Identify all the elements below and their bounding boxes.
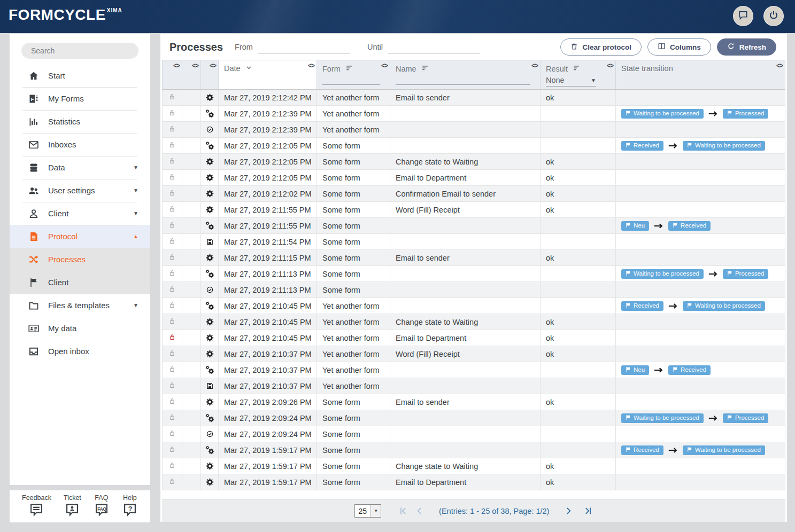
sidebar-item-files-templates[interactable]: Files & templates▼ (10, 294, 150, 317)
table-row[interactable]: Mar 27, 2019 2:09:24 PMSome formWaiting … (162, 410, 785, 426)
footer-item-help[interactable]: Help? (122, 494, 138, 519)
column-resize-handle[interactable]: <> (210, 62, 216, 69)
columns-button[interactable]: Columns (647, 38, 711, 56)
previous-page-button[interactable] (415, 506, 424, 515)
sidebar-item-my-data[interactable]: My data (10, 317, 150, 340)
date-sort-control[interactable]: Date (224, 64, 317, 73)
table-row[interactable]: Mar 27, 2019 2:10:45 PMYet another formC… (162, 314, 785, 330)
clear-protocol-button[interactable]: Clear protocol (560, 38, 642, 56)
workflow-action-icon (206, 158, 214, 166)
name-filter-input[interactable] (396, 84, 530, 85)
last-page-button[interactable] (584, 506, 593, 515)
next-page-button[interactable] (564, 506, 573, 515)
lock-cell[interactable] (162, 378, 182, 394)
column-resize-handle[interactable]: <> (173, 62, 180, 69)
sidebar-subitem-processes[interactable]: Processes (10, 248, 150, 271)
table-row[interactable]: Mar 27, 2019 1:59:17 PMSome formEmail to… (162, 474, 785, 490)
table-row[interactable]: Mar 27, 2019 2:10:45 PMYet another formE… (162, 330, 785, 346)
column-resize-handle[interactable]: <> (607, 62, 613, 69)
form-filter-input[interactable] (322, 84, 380, 85)
from-date-input[interactable] (258, 41, 350, 53)
first-page-button[interactable] (398, 506, 407, 515)
lock-cell[interactable] (162, 90, 182, 105)
sidebar-search[interactable] (21, 43, 138, 59)
column-resize-handle[interactable]: <> (531, 62, 538, 69)
sidebar-item-my-forms[interactable]: FMy Forms (10, 87, 150, 110)
table-row[interactable]: Mar 27, 2019 2:09:24 PMSome form (162, 426, 785, 442)
lock-cell[interactable] (162, 282, 182, 298)
footer-item-faq[interactable]: FAQFAQ (94, 494, 110, 519)
table-row[interactable]: Mar 27, 2019 2:10:45 PMYet another formR… (162, 298, 785, 314)
lock-cell[interactable] (162, 458, 182, 474)
lock-cell[interactable] (162, 250, 182, 265)
lock-cell[interactable] (162, 474, 182, 490)
sidebar-item-label: Open inbox (48, 347, 89, 356)
lock-cell[interactable] (162, 442, 182, 458)
table-row[interactable]: Mar 27, 2019 2:10:37 PMYet another formN… (162, 362, 785, 378)
logout-button[interactable] (763, 6, 784, 26)
table-row[interactable]: Mar 27, 2019 2:11:54 PMSome form (162, 234, 785, 250)
lock-cell[interactable] (162, 330, 182, 346)
until-date-input[interactable] (388, 41, 480, 53)
lock-cell[interactable] (162, 410, 182, 426)
lock-cell[interactable] (162, 106, 182, 121)
lock-cell[interactable] (162, 234, 182, 249)
lock-cell[interactable] (162, 426, 182, 442)
table-row[interactable]: Mar 27, 2019 2:12:39 PMYet another formW… (162, 106, 785, 122)
lock-cell[interactable] (162, 154, 182, 169)
lock-cell[interactable] (162, 298, 182, 314)
name-sort-control[interactable]: Name (396, 64, 540, 74)
table-row[interactable]: Mar 27, 2019 1:59:17 PMSome formReceived… (162, 442, 785, 458)
sidebar-item-data[interactable]: Data▼ (10, 156, 150, 179)
table-row[interactable]: Mar 27, 2019 2:11:55 PMSome formNeuRecei… (162, 218, 785, 234)
date-cell: Mar 27, 2019 2:12:02 PM (219, 186, 317, 201)
lock-cell[interactable] (162, 186, 182, 201)
lock-cell[interactable] (162, 266, 182, 281)
column-resize-handle[interactable]: <> (192, 62, 198, 69)
table-row[interactable]: Mar 27, 2019 2:11:55 PMSome formWord (Fi… (162, 202, 785, 218)
sidebar-item-start[interactable]: Start (10, 64, 150, 87)
table-row[interactable]: Mar 27, 2019 2:12:05 PMSome formReceived… (162, 138, 785, 154)
sidebar-subitem-client[interactable]: Client (10, 271, 150, 294)
lock-cell[interactable] (162, 202, 182, 217)
sidebar-item-client[interactable]: Client▼ (10, 202, 150, 225)
sidebar-item-inboxes[interactable]: Inboxes (10, 133, 150, 156)
lock-cell[interactable] (162, 122, 182, 137)
feedback-chat-button[interactable] (733, 6, 753, 26)
table-row[interactable]: Mar 27, 2019 1:59:17 PMSome formChange s… (162, 458, 785, 474)
sidebar-item-user-settings[interactable]: User settings▼ (10, 179, 150, 202)
table-row[interactable]: Mar 27, 2019 2:12:02 PMSome formConfirma… (162, 186, 785, 202)
lock-cell[interactable] (162, 314, 182, 330)
footer-item-feedback[interactable]: Feedback (22, 494, 51, 519)
lock-cell[interactable] (162, 170, 182, 185)
footer-item-ticket[interactable]: Ticket (64, 494, 81, 519)
lock-cell[interactable] (162, 346, 182, 362)
page-size-select[interactable]: 25 ▼ (354, 504, 382, 518)
result-filter-select[interactable]: None ▼ (546, 76, 596, 87)
result-sort-control[interactable]: Result (546, 64, 615, 74)
lock-cell[interactable] (162, 218, 182, 233)
lock-cell[interactable] (162, 362, 182, 378)
table-row[interactable]: Mar 27, 2019 2:10:37 PMYet another formW… (162, 346, 785, 362)
lock-open-icon (168, 189, 176, 199)
table-row[interactable]: Mar 27, 2019 2:12:05 PMSome formEmail to… (162, 170, 785, 186)
column-resize-handle[interactable]: <> (308, 62, 314, 69)
table-row[interactable]: Mar 27, 2019 2:09:26 PMSome formEmail to… (162, 394, 785, 410)
sidebar-item-statistics[interactable]: Statistics (10, 110, 150, 133)
sidebar-item-protocol[interactable]: Protocol▲ (10, 225, 150, 248)
search-input[interactable] (30, 46, 130, 56)
table-row[interactable]: Mar 27, 2019 2:12:42 PMYet another formE… (162, 90, 785, 106)
sidebar-item-open-inbox[interactable]: Open inbox (10, 340, 150, 363)
lock-cell[interactable] (162, 394, 182, 410)
lock-cell[interactable] (162, 138, 182, 153)
table-row[interactable]: Mar 27, 2019 2:11:13 PMSome formWaiting … (162, 266, 785, 282)
column-resize-handle[interactable]: <> (381, 62, 388, 69)
form-sort-control[interactable]: Form (322, 64, 390, 74)
refresh-button[interactable]: Refresh (717, 38, 776, 56)
table-row[interactable]: Mar 27, 2019 2:12:39 PMYet another form (162, 122, 785, 138)
table-row[interactable]: Mar 27, 2019 2:10:37 PMYet another form (162, 378, 785, 394)
table-row[interactable]: Mar 27, 2019 2:11:13 PMSome form (162, 282, 785, 298)
column-resize-handle[interactable]: <> (776, 62, 783, 69)
table-row[interactable]: Mar 27, 2019 2:11:15 PMSome formEmail to… (162, 250, 785, 266)
table-row[interactable]: Mar 27, 2019 2:12:05 PMSome formChange s… (162, 154, 785, 170)
